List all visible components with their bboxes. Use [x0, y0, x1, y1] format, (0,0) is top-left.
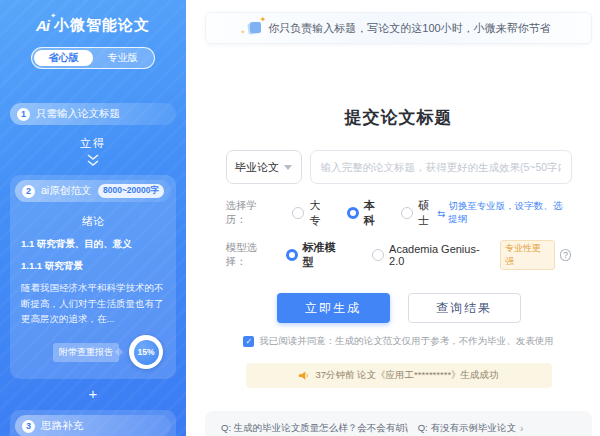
doc-sparkle-icon: ✦✦ [246, 21, 262, 35]
banner-text: 你只负责输入标题，写论文的这100小时，小微来帮你节省 [268, 21, 550, 36]
faq-panel: Q: 生成的毕业论文质量怎么样？会不会有胡说八道的情况 › Q: 有没有示例毕业… [205, 411, 592, 436]
faq-link[interactable]: Q: 生成的毕业论文质量怎么样？会不会有胡说八道的情况 › [221, 422, 408, 435]
megaphone-icon [298, 370, 309, 381]
step1-title: 只需输入论文标题 [36, 107, 120, 121]
step2-number: 2 [22, 185, 35, 198]
app-title: 小微智能论文 [54, 16, 150, 35]
version-tabs: 省心版 专业版 [31, 47, 155, 69]
radio-checked-icon[interactable] [286, 249, 298, 261]
word-count-badge: 8000~20000字 [98, 184, 164, 198]
step1-header: 1 只需输入论文标题 [10, 103, 176, 125]
agreement-text: 我已阅读并同意：生成的论文范文仅用于参考，不作为毕业、发表使用 [259, 335, 554, 348]
education-option-bachelor[interactable]: 本科 [347, 198, 383, 228]
paper-type-select[interactable]: 毕业论文 [226, 150, 302, 184]
sample-heading-1: 1.1 研究背景、目的、意义 [21, 238, 165, 251]
help-icon[interactable]: ? [560, 249, 572, 261]
plagiarism-percent-ring: 15% [129, 335, 163, 369]
sample-chapter-title: 绪论 [15, 214, 171, 229]
resources-card: 3 思路补充 期刊文献 x30 图片表格 x40 写作思路 x3 致谢模板 [10, 410, 176, 436]
app-window: Ai✦ 小微智能论文 省心版 专业版 1 只需输入论文标题 立得 2 ai原创范… [0, 0, 600, 436]
sample-heading-2: 1.1.1 研究背景 [21, 260, 165, 273]
plus-divider: + [10, 385, 176, 402]
sidebar: Ai✦ 小微智能论文 省心版 专业版 1 只需输入论文标题 立得 2 ai原创范… [0, 0, 186, 436]
report-tag: 附带查重报告 [53, 343, 119, 362]
main-panel: ✦✦ 你只负责输入标题，写论文的这100小时，小微来帮你节省 提交论文标题 毕业… [186, 0, 600, 436]
chevron-right-icon: › [520, 423, 523, 434]
model-label: 模型选择： [226, 241, 278, 269]
switch-icon: ⇆ [437, 208, 445, 219]
model-row: 模型选择： 标准模型 Academia Genius-2.0 专业性更强 ? [226, 240, 572, 270]
action-buttons: 立即生成 查询结果 [226, 293, 572, 323]
step3-number: 3 [22, 420, 35, 433]
page-title: 提交论文标题 [205, 106, 592, 129]
generate-button[interactable]: 立即生成 [277, 293, 390, 323]
step2-title: ai原创范文 [41, 184, 91, 198]
sample-paragraph: 随着我国经济水平和科学技术的不断提高，人们对于生活质量也有了更高层次的追求，在.… [21, 280, 165, 327]
education-option-associate[interactable]: 大专 [292, 198, 328, 228]
chevron-down-icon [284, 165, 292, 170]
query-results-button[interactable]: 查询结果 [408, 293, 521, 323]
promo-banner: ✦✦ 你只负责输入标题，写论文的这100小时，小微来帮你节省 [205, 12, 592, 44]
ai-logo-icon: Ai✦ [36, 17, 49, 34]
tab-basic-version[interactable]: 省心版 [34, 50, 93, 66]
model-option-standard[interactable]: 标准模型 [286, 240, 347, 270]
radio-icon[interactable] [372, 249, 384, 261]
radio-icon[interactable] [292, 207, 304, 219]
radio-checked-icon[interactable] [347, 207, 359, 219]
step1-number: 1 [17, 108, 30, 121]
pro-quality-badge: 专业性更强 [500, 240, 555, 270]
plagiarism-report-row: 附带查重报告 15% [23, 335, 163, 369]
switch-pro-link[interactable]: ⇆ 切换至专业版，设字数、选提纲 [437, 200, 571, 226]
plagiarism-percent: 15% [134, 340, 159, 365]
radio-icon[interactable] [401, 207, 413, 219]
sparkle-icon: ✦ [50, 12, 55, 20]
education-label: 选择学历： [226, 199, 275, 227]
tab-pro-version[interactable]: 专业版 [93, 50, 152, 66]
submit-form: 毕业论文 选择学历： 大专 本科 硕士 [226, 150, 572, 348]
notice-text: 37分钟前 论文《应用工**********》生成成功 [315, 369, 498, 382]
agreement-checkbox[interactable]: ✓ [243, 336, 254, 347]
education-option-master[interactable]: 硕士 [401, 198, 437, 228]
faq-grid: Q: 生成的毕业论文质量怎么样？会不会有胡说八道的情况 › Q: 有没有示例毕业… [221, 422, 576, 436]
title-input-row: 毕业论文 [226, 150, 572, 184]
notice-bar: 37分钟前 论文《应用工**********》生成成功 [246, 363, 552, 388]
logo: Ai✦ 小微智能论文 [10, 16, 176, 35]
faq-link[interactable]: Q: 有没有示例毕业论文 › [418, 422, 576, 435]
step3-title: 思路补充 [41, 419, 83, 433]
paper-type-value: 毕业论文 [235, 160, 279, 175]
model-option-academia-genius[interactable]: Academia Genius-2.0 [372, 243, 494, 267]
double-chevron-down-icon [10, 153, 176, 167]
agreement-row: ✓ 我已阅读并同意：生成的论文范文仅用于参考，不作为毕业、发表使用 [226, 335, 572, 348]
instant-label: 立得 [10, 136, 176, 151]
education-row: 选择学历： 大专 本科 硕士 ⇆ 切换至专业版，设字数、选提纲 [226, 198, 572, 228]
sample-paper-card: 2 ai原创范文 8000~20000字 绪论 1.1 研究背景、目的、意义 1… [10, 175, 176, 379]
paper-title-input[interactable] [310, 150, 572, 184]
step3-header: 3 思路补充 [15, 415, 171, 436]
step2-header: 2 ai原创范文 8000~20000字 [15, 180, 171, 202]
